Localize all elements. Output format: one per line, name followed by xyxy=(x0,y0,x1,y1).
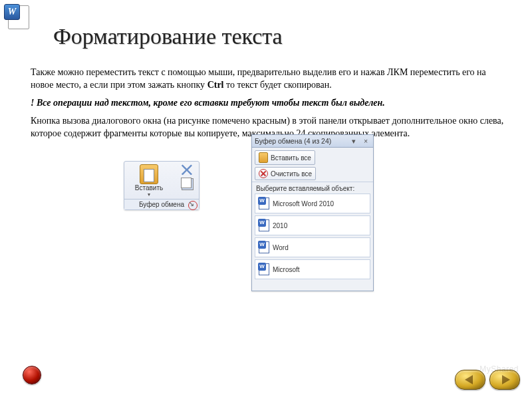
cut-icon[interactable] xyxy=(180,164,192,175)
clear-all-icon xyxy=(259,169,268,178)
word-doc-icon xyxy=(259,219,269,231)
slide-title: Форматирование текста xyxy=(0,0,532,55)
paste-all-label: Вставить все xyxy=(271,154,311,162)
clipboard-item[interactable]: 2010 xyxy=(255,215,370,235)
clipboard-task-pane: Буфер обмена (4 из 24) ▾ × Вставить все … xyxy=(251,134,374,291)
item-label: 2010 xyxy=(273,222,287,229)
paste-all-button[interactable]: Вставить все xyxy=(255,150,315,165)
word-badge-letter: W xyxy=(4,4,20,20)
item-label: Microsoft Word 2010 xyxy=(273,200,334,207)
dialog-launcher[interactable] xyxy=(188,201,198,210)
pane-title: Буфер обмена (4 из 24) xyxy=(255,137,331,145)
word-doc-icon xyxy=(259,241,269,253)
paragraph-1: Также можно переместить текст с помощью … xyxy=(31,66,505,92)
word-doc-icon xyxy=(259,198,269,209)
ribbon-clipboard-group: Вставить ▾ Буфер обмена xyxy=(124,161,200,210)
chevron-down-icon: ▾ xyxy=(148,192,150,198)
clear-all-button[interactable]: Очистить все xyxy=(255,167,316,180)
clipboard-item[interactable]: Word xyxy=(255,237,370,257)
clipboard-icon xyxy=(140,164,158,184)
item-label: Word xyxy=(273,244,289,251)
paste-label: Вставить xyxy=(135,184,163,192)
pane-menu-arrow-icon[interactable]: ▾ xyxy=(349,137,358,145)
figures-area: Вставить ▾ Буфер обмена Буфер обмена (4 … xyxy=(0,145,532,298)
pane-header: Буфер обмена (4 из 24) ▾ × xyxy=(252,135,373,148)
word-doc-icon xyxy=(259,263,269,275)
clipboard-item[interactable]: Microsoft xyxy=(255,259,370,279)
pane-prompt: Выберите вставляемый объект: xyxy=(252,182,373,194)
p2-text: ! Все операции над текстом, кроме его вс… xyxy=(31,98,385,108)
paste-button[interactable]: Вставить ▾ xyxy=(124,162,174,199)
pane-items: Microsoft Word 2010 2010 Word Microsoft xyxy=(252,194,373,279)
body-text: Также можно переместить текст с помощью … xyxy=(0,55,532,140)
close-icon[interactable]: × xyxy=(361,137,370,145)
watermark-text: MyShared xyxy=(479,364,519,374)
paste-all-icon xyxy=(259,152,268,163)
word-app-icon: W xyxy=(4,4,29,29)
p1-ctrl: Ctrl xyxy=(207,80,224,90)
item-label: Microsoft xyxy=(273,266,300,273)
paragraph-2: ! Все операции над текстом, кроме его вс… xyxy=(31,97,505,110)
ribbon-group-label: Буфер обмена xyxy=(124,199,199,209)
p1-part-b: то текст будет скопирован. xyxy=(224,80,332,90)
group-label-text: Буфер обмена xyxy=(139,201,184,208)
record-button[interactable] xyxy=(23,366,41,384)
clear-all-label: Очистить все xyxy=(271,170,312,178)
clipboard-item[interactable]: Microsoft Word 2010 xyxy=(255,194,370,213)
copy-icon[interactable] xyxy=(181,178,192,188)
